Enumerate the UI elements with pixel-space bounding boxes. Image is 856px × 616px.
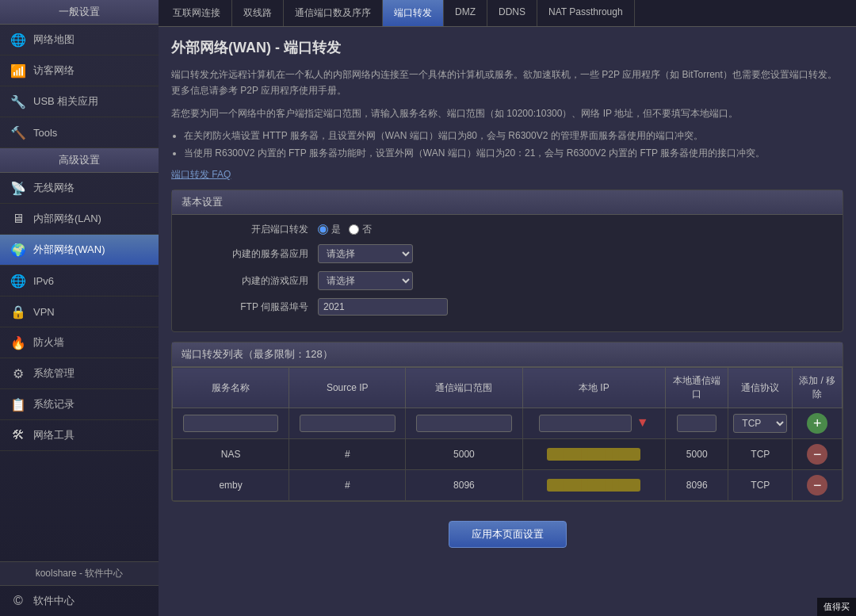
col-port-range: 通信端口范围	[406, 368, 522, 408]
col-local-ip: 本地 IP	[522, 368, 666, 408]
emby-local-ip-value: ██████████	[547, 479, 640, 492]
software-center-icon: ©	[10, 592, 27, 610]
sidebar-item-guest-network[interactable]: 📶 访客网络	[0, 55, 159, 86]
col-source-ip: Source IP	[289, 368, 406, 408]
sidebar-item-syslog[interactable]: 📋 系统记录	[0, 389, 159, 420]
sidebar-item-tools[interactable]: 🔨 Tools	[0, 117, 159, 148]
sidebar-item-lan[interactable]: 🖥 内部网络(LAN)	[0, 204, 159, 235]
new-local-ip-dropdown[interactable]: ▼	[636, 415, 649, 429]
sysadmin-icon: ⚙	[10, 365, 27, 382]
builtin-game-select[interactable]: 请选择	[318, 271, 413, 290]
sidebar-item-ipv6[interactable]: 🌐 IPv6	[0, 266, 159, 297]
page-body: 外部网络(WAN) - 端口转发 端口转发允许远程计算机在一个私人的内部网络内连…	[159, 27, 856, 616]
new-service-cell	[173, 408, 289, 439]
nas-service-cell: NAS	[173, 439, 289, 470]
col-local-port: 本地通信端口	[666, 368, 728, 408]
col-add-remove: 添加 / 移除	[793, 368, 843, 408]
sidebar-item-wifi[interactable]: 📡 无线网络	[0, 173, 159, 204]
builtin-game-control: 请选择	[318, 271, 413, 290]
usb-icon: 🔧	[10, 93, 27, 110]
sidebar-item-firewall[interactable]: 🔥 防火墙	[0, 327, 159, 358]
new-local-port-cell	[666, 408, 728, 439]
radio-yes[interactable]: 是	[318, 223, 341, 236]
tab-dmz[interactable]: DMZ	[444, 0, 487, 26]
new-add-cell: +	[793, 408, 843, 439]
builtin-game-label: 内建的游戏应用	[182, 274, 308, 288]
nas-local-ip-value: ██████████	[547, 448, 640, 461]
emby-port-range-cell: 8096	[406, 470, 522, 501]
apply-button[interactable]: 应用本页面设置	[449, 521, 567, 548]
sidebar-item-sysadmin[interactable]: ⚙ 系统管理	[0, 358, 159, 389]
sidebar-item-network-map[interactable]: 🌐 网络地图	[0, 25, 159, 55]
nas-source-ip-cell: #	[289, 439, 406, 470]
tab-ddns[interactable]: DDNS	[487, 0, 537, 26]
sidebar-label-guest-network: 访客网络	[33, 63, 75, 78]
emby-remove-button[interactable]: −	[807, 475, 827, 495]
emby-protocol-cell: TCP	[728, 470, 793, 501]
sidebar-item-vpn[interactable]: 🔒 VPN	[0, 297, 159, 327]
builtin-server-select[interactable]: 请选择	[318, 244, 413, 263]
col-service-name: 服务名称	[173, 368, 289, 408]
syslog-icon: 📋	[10, 396, 27, 413]
new-protocol-cell: TCP UDP BOTH	[728, 408, 793, 439]
vpn-icon: 🔒	[10, 303, 27, 320]
sidebar-label-tools: Tools	[33, 127, 57, 139]
new-port-range-input[interactable]	[416, 415, 512, 432]
new-protocol-select[interactable]: TCP UDP BOTH	[733, 414, 787, 433]
sidebar-item-wan[interactable]: 🌍 外部网络(WAN)	[0, 235, 159, 266]
nettools-icon: 🛠	[10, 427, 27, 444]
builtin-server-control: 请选择	[318, 244, 413, 263]
tab-dualwan[interactable]: 双线路	[232, 0, 284, 26]
col-protocol: 通信协议	[728, 368, 793, 408]
table-row: emby # 8096 ██████████ 8096 TCP −	[173, 470, 843, 501]
radio-no[interactable]: 否	[349, 223, 372, 236]
nas-local-ip-cell: ██████████	[522, 439, 666, 470]
sidebar-bottom: koolshare - 软件中心 © 软件中心	[0, 561, 159, 616]
nas-remove-button[interactable]: −	[807, 444, 827, 465]
sidebar-label-network-map: 网络地图	[33, 33, 75, 47]
wifi-icon: 📡	[10, 179, 27, 197]
sidebar-label-sysadmin: 系统管理	[33, 366, 75, 381]
nas-remove-cell: −	[793, 439, 843, 470]
tools-icon: 🔨	[10, 124, 27, 141]
sidebar-label-wifi: 无线网络	[33, 181, 75, 195]
general-section-header: 一般设置	[0, 0, 159, 25]
enable-port-forward-row: 开启端口转发 是 否	[182, 223, 833, 236]
new-service-input[interactable]	[183, 415, 279, 432]
nas-protocol-cell: TCP	[728, 439, 793, 470]
radio-no-input[interactable]	[349, 224, 359, 235]
new-local-ip-cell: ▼	[522, 408, 666, 439]
new-source-ip-cell	[289, 408, 406, 439]
add-row-button[interactable]: +	[807, 413, 827, 434]
new-source-ip-input[interactable]	[300, 415, 396, 432]
tab-portseq[interactable]: 通信端口数及序序	[284, 0, 383, 26]
apply-btn-row: 应用本页面设置	[171, 511, 843, 553]
new-local-port-input[interactable]	[677, 415, 717, 432]
network-map-icon: 🌐	[10, 31, 27, 48]
builtin-server-row: 内建的服务器应用 请选择	[182, 244, 833, 263]
faq-link[interactable]: 端口转发 FAQ	[171, 168, 231, 182]
new-local-ip-input[interactable]	[539, 415, 632, 432]
description1: 端口转发允许远程计算机在一个私人的内部网络内连接至一个具体的计算机或服务。欲加速…	[171, 67, 843, 99]
sidebar-label-ipv6: IPv6	[33, 275, 54, 287]
sidebar-item-nettools[interactable]: 🛠 网络工具	[0, 420, 159, 451]
tab-portforward[interactable]: 端口转发	[383, 0, 444, 26]
emby-remove-cell: −	[793, 470, 843, 501]
tab-nat-passthrough[interactable]: NAT Passthrough	[537, 0, 635, 26]
ftp-port-input[interactable]	[318, 298, 448, 316]
sidebar-item-software-center[interactable]: © 软件中心	[0, 586, 159, 616]
sidebar-item-usb-apps[interactable]: 🔧 USB 相关应用	[0, 86, 159, 117]
wan-icon: 🌍	[10, 241, 27, 258]
bullet-item-1: 在关闭防火墙设置 HTTP 服务器，且设置外网（WAN 端口）端口为80，会与 …	[184, 128, 843, 145]
nas-local-port-cell: 5000	[666, 439, 728, 470]
sidebar: 一般设置 🌐 网络地图 📶 访客网络 🔧 USB 相关应用 🔨 Tools 高级…	[0, 0, 159, 616]
firewall-icon: 🔥	[10, 334, 27, 351]
builtin-server-label: 内建的服务器应用	[182, 247, 308, 261]
builtin-game-row: 内建的游戏应用 请选择	[182, 271, 833, 290]
radio-yes-input[interactable]	[318, 224, 328, 235]
ipv6-icon: 🌐	[10, 272, 27, 289]
emby-source-ip-cell: #	[289, 470, 406, 501]
tab-internet[interactable]: 互联网连接	[162, 0, 232, 26]
main-content: 互联网连接 双线路 通信端口数及序序 端口转发 DMZ DDNS NAT Pas…	[159, 0, 856, 616]
basic-settings-body: 开启端口转发 是 否	[172, 215, 843, 331]
